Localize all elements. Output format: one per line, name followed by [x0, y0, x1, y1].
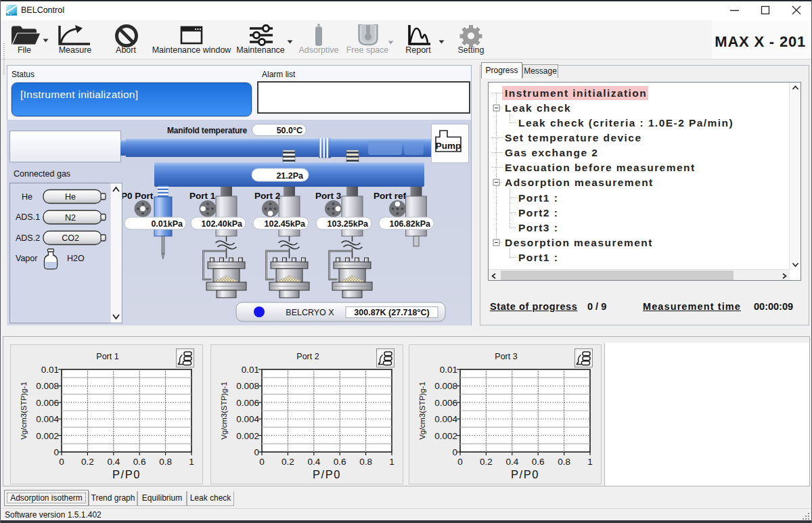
svg-text:0.01: 0.01: [41, 365, 59, 375]
svg-text:ADS.2: ADS.2: [16, 233, 40, 243]
svg-text:Port ref: Port ref: [374, 191, 407, 201]
svg-text:0.01kPa: 0.01kPa: [151, 219, 183, 229]
svg-text:0: 0: [59, 457, 64, 467]
svg-text:P/P0: P/P0: [112, 468, 141, 480]
svg-text:He: He: [65, 192, 76, 202]
svg-text:50.0°C: 50.0°C: [277, 126, 302, 135]
svg-text:0.6: 0.6: [133, 457, 146, 467]
svg-text:0: 0: [53, 447, 59, 457]
svg-text:0.008: 0.008: [36, 381, 59, 391]
svg-text:0.8: 0.8: [159, 457, 172, 467]
svg-text:Vg/cm3(STP)g-1: Vg/cm3(STP)g-1: [20, 382, 28, 440]
svg-text:CO2: CO2: [62, 233, 79, 243]
svg-text:N2: N2: [65, 213, 76, 223]
svg-text:106.82kPa: 106.82kPa: [390, 219, 432, 229]
svg-text:Port 3: Port 3: [315, 191, 342, 201]
svg-text:Port 2: Port 2: [296, 352, 319, 361]
svg-text:Connected gas: Connected gas: [14, 169, 70, 179]
svg-text:21.2Pa: 21.2Pa: [276, 171, 304, 181]
svg-text:Pump: Pump: [436, 141, 461, 151]
svg-text:Port 1: Port 1: [96, 352, 118, 361]
svg-text:300.87K (27.718°C): 300.87K (27.718°C): [354, 308, 429, 317]
svg-text:Manifold temperature: Manifold temperature: [167, 126, 248, 135]
svg-text:Port 1: Port 1: [189, 191, 216, 201]
svg-text:0.006: 0.006: [36, 398, 59, 408]
svg-text:Port 2: Port 2: [254, 191, 280, 201]
svg-text:Port 3: Port 3: [495, 352, 517, 361]
svg-text:He: He: [22, 192, 32, 202]
svg-text:103.25kPa: 103.25kPa: [328, 219, 369, 229]
svg-text:BELCRYO X: BELCRYO X: [286, 308, 334, 317]
svg-text:Vapor: Vapor: [16, 254, 37, 263]
svg-text:1: 1: [189, 457, 194, 467]
svg-text:ADS.1: ADS.1: [16, 212, 40, 222]
svg-text:0.4: 0.4: [107, 457, 120, 467]
svg-text:H2O: H2O: [67, 254, 85, 263]
svg-text:102.45kPa: 102.45kPa: [265, 219, 307, 229]
svg-text:102.40kPa: 102.40kPa: [202, 219, 244, 229]
svg-text:0.002: 0.002: [36, 431, 59, 441]
svg-text:0.2: 0.2: [81, 457, 94, 467]
svg-text:P0 Port: P0 Port: [121, 191, 154, 201]
svg-text:0.004: 0.004: [36, 414, 59, 424]
